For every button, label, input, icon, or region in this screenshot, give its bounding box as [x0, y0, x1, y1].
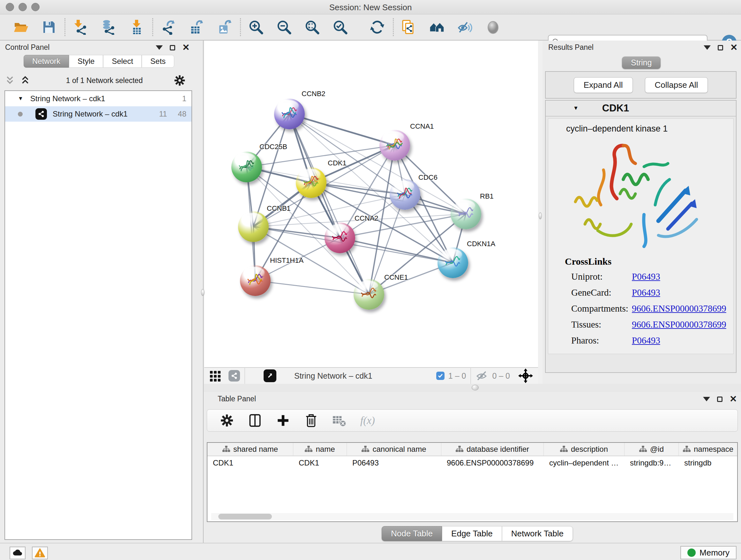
disclosure-triangle-icon[interactable]: ▼ [18, 96, 23, 102]
open-in-window-icon[interactable] [264, 369, 276, 382]
network-node-CCNB2[interactable] [274, 99, 305, 129]
selected-nodes-checkbox[interactable] [436, 372, 445, 380]
column-header-label: description [571, 445, 608, 454]
network-canvas[interactable]: CCNB2CCNA1CDC25BCDK1CDC6RB1CCNB1CCNA2CDK… [204, 41, 538, 367]
function-builder-icon[interactable]: f(x) [360, 415, 375, 427]
table-horizontal-scrollbar[interactable] [211, 513, 733, 520]
network-node-CDC25B[interactable] [231, 152, 262, 182]
warning-button[interactable] [32, 547, 48, 559]
zoom-in-button[interactable] [248, 19, 264, 36]
memory-button[interactable]: Memory [680, 546, 737, 559]
table-cell: cyclin–dependent … [544, 456, 624, 470]
tab-sets[interactable]: Sets [142, 55, 174, 68]
column-header-canonical-name[interactable]: canonical name [347, 443, 441, 455]
crosslink-label: Tissues: [571, 319, 632, 330]
network-collection-row[interactable]: ▼ String Network – cdk1 1 [5, 91, 192, 106]
network-row[interactable]: String Network – cdk1 11 48 [5, 106, 192, 122]
save-session-button[interactable] [41, 19, 57, 36]
open-session-icon [13, 19, 28, 35]
crosslink-compartments-link[interactable]: 9606.ENSP00000378699 [632, 303, 726, 314]
column-header-name[interactable]: name [293, 443, 347, 455]
toolbar-separator [240, 18, 241, 36]
clone-network-icon [401, 19, 416, 35]
horizontal-panel-divider[interactable] [204, 384, 741, 392]
network-node-CDKN1A[interactable] [437, 247, 468, 278]
export-table-button[interactable] [188, 19, 204, 36]
gene-section-header[interactable]: ▼ CDK1 [546, 101, 736, 117]
column-header-shared-name[interactable]: shared name [207, 443, 293, 455]
table-row[interactable]: CDK1CDK1P064939606.ENSP00000378699cyclin… [207, 456, 737, 470]
network-node-CCNE1[interactable] [354, 279, 384, 310]
crosslink-uniprot-link[interactable]: P06493 [632, 271, 660, 282]
birdseye-grid-icon[interactable] [209, 370, 221, 382]
tab-edge-table[interactable]: Edge Table [442, 526, 502, 541]
fit-content-crosshair-icon[interactable] [518, 368, 533, 383]
export-image-button[interactable] [216, 19, 232, 36]
tab-network[interactable]: Network [23, 55, 69, 68]
tab-select[interactable]: Select [103, 55, 142, 68]
crosslink-tissues-link[interactable]: 9606.ENSP00000378699 [632, 319, 726, 330]
crosslink-pharos-link[interactable]: P06493 [632, 335, 660, 346]
network-options-gear-icon[interactable] [174, 74, 186, 86]
delete-column-icon[interactable] [304, 414, 318, 428]
collapse-all-button[interactable]: Collapse All [645, 77, 708, 93]
vertical-panel-divider[interactable] [538, 41, 542, 384]
panel-float-icon[interactable] [717, 396, 723, 402]
toolbar-separator [470, 368, 471, 384]
tab-string[interactable]: String [622, 57, 661, 69]
open-session-button[interactable] [13, 19, 29, 36]
column-header--id[interactable]: @id [624, 443, 679, 455]
import-network-database-button[interactable] [100, 19, 117, 36]
network-node-HIST1H1A[interactable] [240, 265, 271, 296]
network-share-icon[interactable] [228, 370, 240, 381]
panel-float-icon[interactable] [170, 45, 175, 51]
network-node-CDC6[interactable] [390, 179, 420, 210]
scrollbar-thumb[interactable] [218, 514, 272, 519]
node-label-CDKN1A: CDKN1A [467, 240, 495, 248]
panel-close-icon[interactable]: ✕ [182, 44, 190, 51]
refresh-layout-button[interactable] [369, 19, 385, 36]
panel-menu-icon[interactable] [156, 45, 163, 50]
panel-divider-handle[interactable] [201, 289, 205, 296]
network-node-RB1[interactable] [451, 199, 481, 229]
crosslink-genecard-link[interactable]: P06493 [632, 287, 660, 298]
panel-float-icon[interactable] [718, 45, 723, 51]
import-network-file-button[interactable] [72, 19, 88, 36]
tab-node-table[interactable]: Node Table [382, 526, 442, 541]
panel-close-icon[interactable]: ✕ [730, 396, 737, 402]
network-node-CCNB1[interactable] [238, 211, 269, 242]
column-header-description[interactable]: description [544, 443, 624, 455]
clone-network-button[interactable] [401, 19, 417, 36]
houses-button[interactable] [429, 19, 445, 36]
zoom-fit-button[interactable] [304, 19, 320, 36]
export-network-button[interactable] [160, 19, 176, 36]
show-graphics-details-icon [457, 19, 473, 35]
column-header-database-identifier[interactable]: database identifier [441, 443, 544, 455]
delete-table-icon[interactable] [332, 414, 346, 428]
panel-menu-icon[interactable] [703, 397, 710, 401]
cloud-button[interactable] [10, 547, 25, 559]
network-node-CCNA1[interactable] [380, 130, 410, 161]
expand-all-chevron-icon[interactable] [20, 75, 30, 86]
expand-all-button[interactable]: Expand All [574, 77, 633, 93]
table-options-gear-icon[interactable] [220, 414, 234, 428]
hidden-eye-slash-icon[interactable] [475, 369, 488, 382]
panel-close-icon[interactable]: ✕ [730, 44, 738, 51]
panel-divider-handle[interactable] [472, 385, 479, 390]
disclosure-triangle-icon[interactable]: ▼ [573, 105, 579, 111]
sphere-button[interactable] [485, 19, 501, 36]
select-columns-icon[interactable] [248, 414, 262, 428]
zoom-out-button[interactable] [276, 19, 292, 36]
show-graphics-details-button[interactable] [457, 19, 473, 36]
tab-style[interactable]: Style [69, 55, 103, 68]
panel-menu-icon[interactable] [704, 45, 711, 50]
column-header-namespace[interactable]: namespace [679, 443, 738, 455]
panel-divider-handle[interactable] [539, 212, 542, 219]
network-node-CCNA2[interactable] [325, 223, 355, 253]
zoom-selected-button[interactable] [332, 19, 348, 36]
network-node-CDK1[interactable] [296, 167, 327, 198]
tab-network-table[interactable]: Network Table [502, 526, 573, 541]
import-table-file-button[interactable] [129, 19, 145, 36]
collapse-all-chevron-icon[interactable] [4, 75, 15, 86]
add-column-icon[interactable] [276, 414, 290, 428]
